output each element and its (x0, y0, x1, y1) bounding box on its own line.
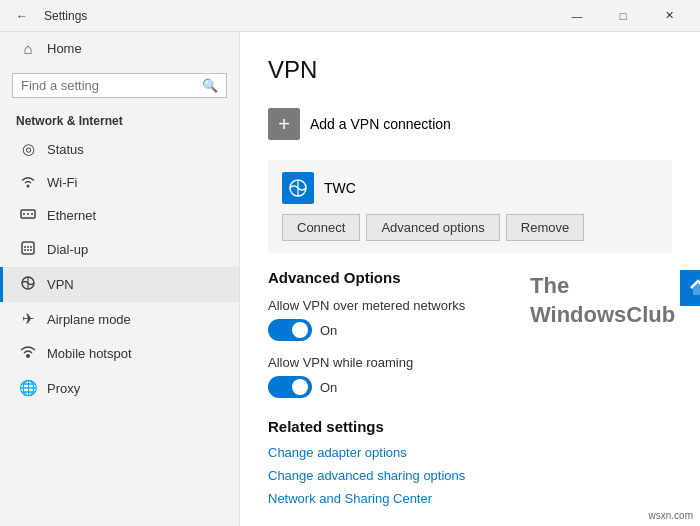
svg-point-14 (26, 354, 30, 358)
toggle-roaming-label: Allow VPN while roaming (268, 355, 672, 370)
window-title: Settings (44, 9, 87, 23)
vpn-card-header: TWC (282, 172, 658, 204)
svg-point-7 (27, 246, 29, 248)
related-settings-title: Related settings (268, 418, 672, 435)
toggle-roaming-control: On (268, 376, 672, 398)
back-button[interactable]: ← (8, 2, 36, 30)
advanced-options-button[interactable]: Advanced options (366, 214, 499, 241)
connect-button[interactable]: Connect (282, 214, 360, 241)
related-link-sharing[interactable]: Change advanced sharing options (268, 468, 672, 483)
ethernet-icon (19, 207, 37, 224)
toggle-row-roaming: Allow VPN while roaming On (268, 355, 672, 398)
minimize-button[interactable]: — (554, 0, 600, 32)
sidebar-item-dialup[interactable]: Dial-up (0, 232, 239, 267)
svg-point-8 (30, 246, 32, 248)
sidebar-item-home-label: Home (47, 41, 82, 56)
svg-point-10 (27, 249, 29, 251)
title-bar-left: ← Settings (8, 2, 87, 30)
vpn-card-actions: Connect Advanced options Remove (282, 214, 658, 241)
toggle-roaming-state: On (320, 380, 337, 395)
sidebar-item-ethernet-label: Ethernet (47, 208, 96, 223)
app-body: ⌂ Home 🔍 Network & Internet ◎ Status Wi-… (0, 32, 700, 526)
svg-point-6 (24, 246, 26, 248)
vpn-item-name: TWC (324, 180, 356, 196)
toggle-roaming[interactable] (268, 376, 312, 398)
sidebar-category: Network & Internet (0, 106, 239, 132)
related-settings: Related settings Change adapter options … (268, 418, 672, 506)
home-icon: ⌂ (19, 40, 37, 57)
close-button[interactable]: ✕ (646, 0, 692, 32)
sidebar: ⌂ Home 🔍 Network & Internet ◎ Status Wi-… (0, 32, 240, 526)
sidebar-item-dialup-label: Dial-up (47, 242, 88, 257)
sidebar-item-wifi-label: Wi-Fi (47, 175, 77, 190)
sidebar-item-airplane-label: Airplane mode (47, 312, 131, 327)
page-title: VPN (268, 56, 672, 84)
sidebar-item-status[interactable]: ◎ Status (0, 132, 239, 166)
search-input[interactable] (21, 78, 196, 93)
toggle-metered-state: On (320, 323, 337, 338)
sidebar-item-vpn-label: VPN (47, 277, 74, 292)
vpn-item-icon (282, 172, 314, 204)
sidebar-item-proxy-label: Proxy (47, 381, 80, 396)
sidebar-item-ethernet[interactable]: Ethernet (0, 199, 239, 232)
sidebar-item-hotspot-label: Mobile hotspot (47, 346, 132, 361)
dialup-icon (19, 240, 37, 259)
svg-point-0 (27, 185, 30, 188)
toggle-metered-control: On (268, 319, 672, 341)
svg-point-9 (24, 249, 26, 251)
window-controls: — □ ✕ (554, 0, 692, 32)
sidebar-search-container: 🔍 (12, 73, 227, 98)
toggle-metered-label: Allow VPN over metered networks (268, 298, 672, 313)
related-link-adapter[interactable]: Change adapter options (268, 445, 672, 460)
maximize-button[interactable]: □ (600, 0, 646, 32)
wsxn-badge: wsxn.com (646, 509, 696, 522)
sidebar-item-airplane[interactable]: ✈ Airplane mode (0, 302, 239, 336)
nav-buttons: ← (8, 2, 36, 30)
sidebar-item-proxy[interactable]: 🌐 Proxy (0, 371, 239, 405)
wifi-icon (19, 174, 37, 191)
sidebar-item-hotspot[interactable]: Mobile hotspot (0, 336, 239, 371)
watermark-logo (680, 270, 700, 306)
related-link-center[interactable]: Network and Sharing Center (268, 491, 672, 506)
vpn-icon (19, 275, 37, 294)
status-icon: ◎ (19, 140, 37, 158)
search-icon: 🔍 (202, 78, 218, 93)
watermark-logo-box (680, 270, 700, 306)
airplane-icon: ✈ (19, 310, 37, 328)
advanced-section: Advanced Options Allow VPN over metered … (268, 269, 672, 398)
advanced-section-title: Advanced Options (268, 269, 672, 286)
add-vpn-label: Add a VPN connection (310, 116, 451, 132)
add-vpn-button[interactable]: + Add a VPN connection (268, 104, 672, 144)
hotspot-icon (19, 344, 37, 363)
sidebar-item-vpn[interactable]: VPN (0, 267, 239, 302)
sidebar-item-wifi[interactable]: Wi-Fi (0, 166, 239, 199)
title-bar: ← Settings — □ ✕ (0, 0, 700, 32)
proxy-icon: 🌐 (19, 379, 37, 397)
toggle-row-metered: Allow VPN over metered networks On (268, 298, 672, 341)
toggle-metered[interactable] (268, 319, 312, 341)
sidebar-item-status-label: Status (47, 142, 84, 157)
remove-button[interactable]: Remove (506, 214, 584, 241)
svg-point-11 (30, 249, 32, 251)
sidebar-item-home[interactable]: ⌂ Home (0, 32, 239, 65)
content-area: VPN + Add a VPN connection TWC Connect A… (240, 32, 700, 526)
add-icon: + (268, 108, 300, 140)
vpn-card: TWC Connect Advanced options Remove (268, 160, 672, 253)
